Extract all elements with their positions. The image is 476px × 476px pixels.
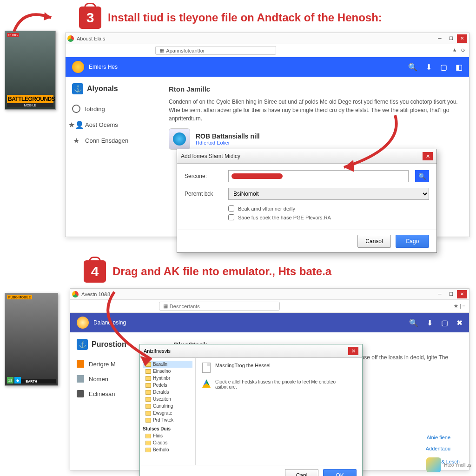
- watermark-icon: [426, 457, 441, 472]
- explorer-ok-button[interactable]: OK: [323, 469, 357, 476]
- app-sub: Hdfertod Eolier: [196, 140, 260, 145]
- sidebar-item-1-label: Aost Ocems: [85, 121, 118, 128]
- address-input-3[interactable]: ▦ Apannsfotcantfor: [155, 46, 276, 55]
- game-cover-3: PUBG BATTLEGROUNDS MOBILE: [5, 31, 56, 110]
- folder-icon: [145, 441, 151, 445]
- arrow-3: [5, 4, 74, 41]
- sidebar-item-1[interactable]: 👤Aost Ocems: [72, 117, 152, 132]
- dialog-title-text: Add lomes Slamt Midicy: [181, 153, 240, 159]
- exp-item-2[interactable]: Hyntlnbr: [143, 375, 192, 382]
- minimize-button-4[interactable]: ─: [435, 290, 445, 298]
- maximize-button-4[interactable]: ☐: [446, 290, 456, 298]
- browse-button[interactable]: 🔍: [415, 170, 429, 182]
- close-button[interactable]: ✕: [457, 34, 467, 43]
- bluebar-3-title: Emlers Hes: [89, 64, 118, 70]
- parent-label: Perernt bck: [185, 191, 222, 197]
- check-2[interactable]: Saoe fus eoek the hase PGE Plevors.RA: [228, 214, 429, 220]
- step-4-title: Drag and AK file nto emulator., Hts bate…: [112, 265, 331, 278]
- folder-icon: [145, 448, 151, 452]
- arrow-to-input: [325, 111, 409, 176]
- tab-3-label[interactable]: Aboust Elals: [77, 36, 105, 41]
- download-icon-4[interactable]: ⬇: [427, 318, 433, 327]
- exp-item-7[interactable]: Ewsgrate: [143, 410, 192, 416]
- explorer-cancel-button[interactable]: Canl: [285, 469, 318, 476]
- chrome-icon: [67, 35, 74, 42]
- close-icon-4[interactable]: ✖: [456, 318, 463, 327]
- cover-3-sub: MOBILE: [7, 103, 53, 107]
- folder-icon: [145, 390, 151, 395]
- maximize-button[interactable]: ☐: [446, 34, 456, 43]
- folder-icon: [145, 397, 151, 402]
- sidebar-item-2[interactable]: Conn Ensdagen: [72, 132, 152, 148]
- app-name: ROB Battansialls nill: [196, 132, 260, 140]
- folder-icon: [145, 383, 151, 388]
- target-icon: [72, 105, 80, 113]
- drive-icon: [202, 379, 211, 388]
- folder-icon: [145, 404, 151, 409]
- grid-icon: [77, 360, 84, 368]
- exp-item-5[interactable]: Useziten: [143, 396, 192, 403]
- dialog-close-button[interactable]: ✕: [423, 152, 433, 160]
- search-icon[interactable]: 🔍: [408, 63, 417, 72]
- exp-item-3[interactable]: Pedels: [143, 382, 192, 389]
- sidebar-item-0[interactable]: lotrding: [72, 101, 152, 117]
- sidebar4-item-1-label: Nomen: [89, 376, 108, 383]
- step-3-header: 3 Install tiud is tleyone file on Andtac…: [79, 7, 471, 29]
- folder-icon: [145, 418, 151, 423]
- titlebar-3: Aboust Elals ─ ☐ ✕: [66, 33, 469, 44]
- check-1-box[interactable]: [228, 205, 234, 212]
- app-logo-icon: [72, 61, 84, 73]
- sidebar-item-0-label: lotrding: [85, 106, 105, 112]
- check-2-label: Saoe fus eoek the hase PGE Plevors.RA: [238, 215, 331, 220]
- sidebar-3: ⚓Alyonals lotrding 👤Aost Ocems Conn Ensd…: [66, 77, 159, 158]
- step-4-header: 4 Drag and AK file nto emulator., Hts ba…: [84, 260, 471, 283]
- step-4-badge: 4: [84, 260, 106, 283]
- camera-icon: [77, 390, 84, 397]
- fullscreen-icon-4[interactable]: ▢: [441, 318, 448, 327]
- cover-3-title: BATTLEGROUNDS: [7, 95, 53, 103]
- link-a[interactable]: Alnie fiene: [427, 435, 450, 440]
- search-icon-4[interactable]: 🔍: [409, 318, 418, 327]
- form-row-parent: Perernt bck BsiNomolt: [185, 188, 429, 200]
- file-title: MasdingTrog the Hessel: [215, 363, 271, 368]
- link-b[interactable]: Addentaou: [426, 446, 450, 451]
- bookmark-icon[interactable]: ◧: [456, 63, 463, 72]
- star-icon: [72, 136, 80, 145]
- step-4-panel: 4 Drag and AK file nto emulator., Hts ba…: [5, 260, 471, 285]
- arrow-4: [86, 287, 179, 371]
- sidebar-3-title: Alyonals: [87, 85, 118, 93]
- check-1[interactable]: Beak amd vlfan ner deilly: [228, 205, 429, 212]
- main-3-text: Condenn of on the Cyole Blien hing in Si…: [169, 98, 459, 123]
- exp-item-6[interactable]: Canufring: [143, 403, 192, 410]
- app-row[interactable]: ROB Battansialls nill Hdfertod Eolier: [169, 128, 459, 150]
- exp-item-b2[interactable]: Berholo: [143, 446, 192, 453]
- exp-item-b1[interactable]: Ciados: [143, 439, 192, 446]
- file-desc: Ciock e allef Fedsks fiusesn the pnoole …: [215, 379, 345, 390]
- folder-icon: [145, 376, 151, 381]
- fullscreen-icon[interactable]: ▢: [440, 63, 447, 72]
- explorer-file[interactable]: MasdingTrog the Hessel: [202, 363, 356, 373]
- explorer-close-button[interactable]: ✕: [348, 347, 358, 355]
- check-1-label: Beak amd vlfan ner deilly: [238, 206, 295, 212]
- dialog-ok-button[interactable]: Cago: [396, 235, 429, 248]
- check-2-box[interactable]: [228, 214, 234, 220]
- main-3-title: Rton Jamillc: [169, 85, 459, 93]
- file-icon: [202, 363, 211, 373]
- exp-item-4[interactable]: Deralds: [143, 389, 192, 396]
- bluebar-3: Emlers Hes 🔍 ⬇ ▢ ◧: [66, 57, 469, 77]
- explorer-sidebar: Baralln Einselno Hyntlnbr Pedels Deralds…: [140, 358, 196, 465]
- minimize-button[interactable]: ─: [435, 34, 445, 43]
- watermark: Hteo Ynolllus: [426, 457, 471, 472]
- exp-item-8[interactable]: Prd Twtek: [143, 416, 192, 423]
- page-icon: ▦: [159, 47, 164, 53]
- source-redacted-value: [231, 173, 283, 179]
- parent-select[interactable]: BsiNomolt: [228, 188, 429, 200]
- sidebar-logo-icon: ⚓: [72, 83, 83, 94]
- exp-item-b0[interactable]: Flins: [143, 432, 192, 439]
- download-icon[interactable]: ⬇: [426, 63, 432, 72]
- dialog-cancel-button[interactable]: Cansol: [357, 235, 391, 248]
- cover-4-badge: PUBG MOBILE: [7, 295, 32, 299]
- close-button-4[interactable]: ✕: [457, 290, 467, 298]
- address-text-3: Apannsfotcantfor: [166, 48, 205, 53]
- watermark-text: Hteo Ynolllus: [444, 463, 471, 468]
